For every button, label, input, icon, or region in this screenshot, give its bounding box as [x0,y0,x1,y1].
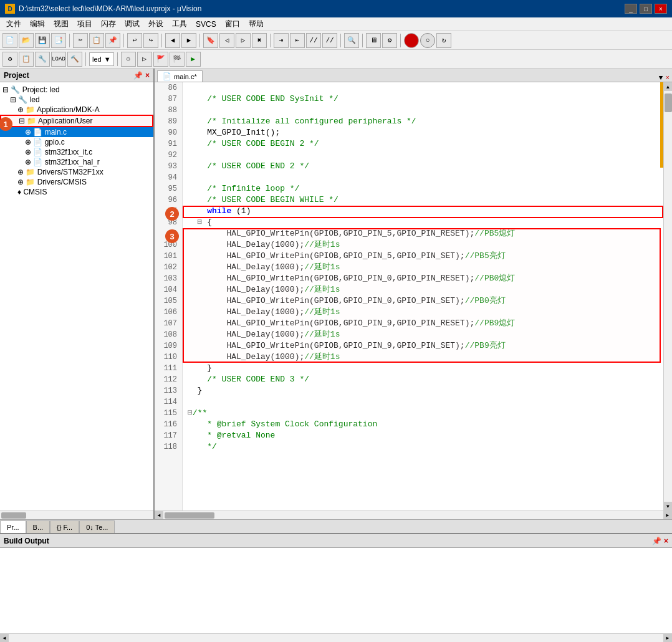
periph-button[interactable]: ⚙ [382,33,397,48]
refresh-button[interactable]: ↻ [436,33,451,48]
flag1-button[interactable]: 🚩 [153,52,168,67]
tree-cmsis[interactable]: ♦ CMSIS [0,187,153,197]
menu-item-闪存[interactable]: 闪存 [97,17,120,31]
save-all-button[interactable]: 📑 [51,33,66,48]
menu-item-编辑[interactable]: 编辑 [26,17,49,31]
tsep1 [85,52,86,66]
dropdown-arrow: ▼ [104,55,111,63]
comment-button[interactable]: // [306,33,321,48]
tree-project-led[interactable]: ⊟ 🔧 Project: led [0,85,153,95]
sep1 [69,34,70,47]
step-button[interactable]: ▷ [137,52,152,67]
build-hscroll[interactable]: ◀ ▶ [0,633,672,642]
paste-button[interactable]: 📌 [105,33,120,48]
indent-button[interactable]: ⇥ [274,33,289,48]
find-button[interactable]: 🔍 [344,33,359,48]
next-bookmark-button[interactable]: ▷ [236,33,251,48]
tab-f[interactable]: {} F... [50,520,79,533]
code-line-110: HAL_Delay(1000);//延时1s [188,352,658,363]
tree-app-user[interactable]: ⊟ 📁 Application/User [0,115,153,127]
maximize-button[interactable]: □ [640,4,652,14]
clear-bookmark-button[interactable]: ✖ [252,33,267,48]
editor-vscroll[interactable]: ▲ ▼ [663,82,672,510]
menu-item-调试[interactable]: 调试 [121,17,143,31]
sep3 [161,34,162,47]
redo-button[interactable]: ↪ [143,33,158,48]
hscroll-thumb[interactable] [165,512,214,519]
scroll-thumb[interactable] [665,93,672,112]
code-editor[interactable]: 86 87 88 89 90 91 92 93 94 95 96 97 98 9… [155,82,663,510]
build-close-icon[interactable]: × [664,537,668,545]
tree-app-mdk[interactable]: ⊕ 📁 Application/MDK-A [0,105,153,115]
build-hscroll-left[interactable]: ◀ [0,634,9,643]
exec-button[interactable]: ▶ [186,52,201,67]
menu-item-项目[interactable]: 项目 [74,17,96,31]
debug-win-button[interactable]: 🖥 [366,33,381,48]
menu-item-SVCS[interactable]: SVCS [192,19,220,30]
code-line-93: /* USER CODE END 2 */ [188,161,658,172]
tab-close-icon[interactable]: × [665,74,670,82]
minimize-button[interactable]: _ [625,4,637,14]
prev-bookmark-button[interactable]: ◁ [219,33,234,48]
back-button[interactable]: ◀ [165,33,180,48]
pin-icon[interactable]: 📌 [133,71,143,80]
menu-item-视图[interactable]: 视图 [50,17,72,31]
menu-item-文件[interactable]: 文件 [2,17,25,31]
hscroll-left[interactable]: ◀ [155,511,163,520]
save-button[interactable]: 💾 [35,33,50,48]
tab-main-c[interactable]: 📄 main.c* [157,70,203,82]
close-panel-icon[interactable]: × [145,71,150,80]
project-tree: 1 ⊟ 🔧 Project: led ⊟ 🔧 led ⊕ 📁 Applicati… [0,82,153,510]
tab-dropdown-icon[interactable]: ▼ [659,74,663,82]
tree-drivers-cmsis[interactable]: ⊕ 📁 Drivers/CMSIS [0,177,153,187]
flag2-button[interactable]: 🏁 [170,52,185,67]
tree-stm32-hal[interactable]: ⊕ 📄 stm32f1xx_hal_r [0,157,153,167]
target-dropdown[interactable]: led ▼ [89,52,114,66]
code-line-94 [188,172,658,183]
menu-item-窗口[interactable]: 窗口 [221,17,244,31]
reset-button[interactable]: ○ [420,33,435,48]
menu-item-工具[interactable]: 工具 [168,17,191,31]
tab-pr[interactable]: Pr... [0,520,26,533]
build-hscroll-right[interactable]: ▶ [663,634,672,643]
sep5 [270,34,271,47]
load-button[interactable]: LOAD [51,52,66,67]
tree-led[interactable]: ⊟ 🔧 led [0,95,153,105]
copy-button[interactable]: 📋 [89,33,104,48]
undo-button[interactable]: ↩ [127,33,142,48]
target-options-button[interactable]: ⚙ [2,52,17,67]
code-line-86 [188,82,658,93]
cut-button[interactable]: ✂ [73,33,88,48]
options-button[interactable]: 🔧 [35,52,50,67]
tree-stm32-it[interactable]: ⊕ 📄 stm32f1xx_it.c [0,147,153,157]
stop-button[interactable] [404,33,419,48]
code-content: 2 3 /* USER CODE END SysInit */ [183,82,663,510]
project-hscroll[interactable] [0,510,153,519]
build-button[interactable]: 🔨 [67,52,82,67]
build-pin-icon[interactable]: 📌 [652,537,661,545]
tab-b[interactable]: B... [26,520,50,533]
forward-button[interactable]: ▶ [181,33,196,48]
toolbar-build: ⚙ 📋 🔧 LOAD 🔨 led ▼ ⚙ ▷ 🚩 🏁 ▶ [0,50,672,69]
tree-drivers-stm32[interactable]: ⊕ 📁 Drivers/STM32F1xx [0,167,153,177]
outdent-button[interactable]: ⇤ [290,33,305,48]
code-line-98: ⊟ { [188,217,658,228]
hscroll-right[interactable]: ▶ [663,511,672,520]
bookmark-button[interactable]: 🔖 [203,33,218,48]
tree-gpio-c[interactable]: ⊕ 📄 gpio.c [0,137,153,147]
main-layout: Project 📌 × 1 ⊟ 🔧 Project: led ⊟ 🔧 led ⊕… [0,69,672,519]
scroll-up[interactable]: ▲ [664,82,673,91]
new-button[interactable]: 📄 [2,33,17,48]
menu-item-帮助[interactable]: 帮助 [245,17,267,31]
tab-te[interactable]: 0↓ Te... [79,520,115,533]
uncomment-button[interactable]: // [322,33,337,48]
editor-hscroll[interactable]: ◀ ▶ [155,510,672,519]
menu-item-外设[interactable]: 外设 [145,17,167,31]
build-output-content[interactable] [0,548,672,633]
tree-main-c[interactable]: ⊕ 📄 main.c [0,127,153,137]
close-button[interactable]: × [655,4,667,14]
run-button[interactable]: ⚙ [121,52,136,67]
manage-button[interactable]: 📋 [19,52,34,67]
open-button[interactable]: 📂 [19,33,34,48]
scroll-down[interactable]: ▼ [664,502,673,510]
